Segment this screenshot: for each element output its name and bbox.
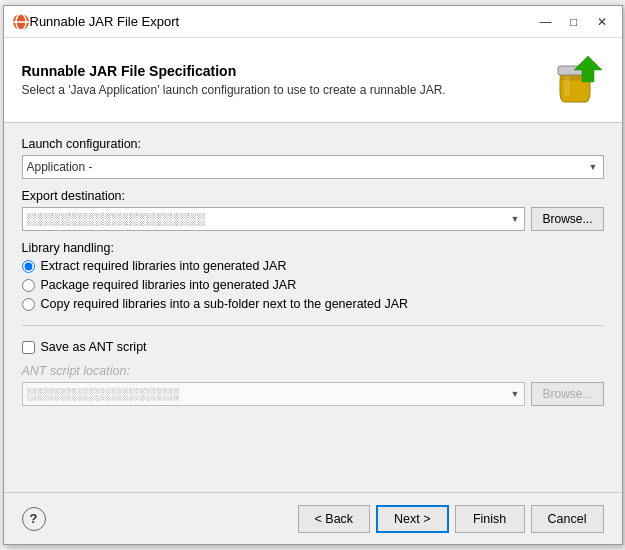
ant-group: Save as ANT script	[22, 340, 604, 354]
ant-location-select[interactable]: ░░░░░░░░░░░░░░░░░░	[22, 382, 526, 406]
next-button[interactable]: Next >	[376, 505, 448, 533]
divider	[22, 325, 604, 326]
export-dest-label: Export destination:	[22, 189, 604, 203]
library-handling-group: Library handling: Extract required libra…	[22, 241, 604, 311]
ant-location-select-wrapper: ░░░░░░░░░░░░░░░░░░	[22, 382, 526, 406]
export-dest-row: ░░░░░░░░░░░░░░░░░░░░░ Browse...	[22, 207, 604, 231]
radio-group: Extract required libraries into generate…	[22, 259, 604, 311]
page-subtitle: Select a 'Java Application' launch confi…	[22, 83, 548, 97]
finish-button[interactable]: Finish	[455, 505, 525, 533]
footer: ? < Back Next > Finish Cancel	[4, 492, 622, 544]
main-window: Runnable JAR File Export — □ ✕ Runnable …	[3, 5, 623, 545]
spacer	[22, 416, 604, 478]
ant-checkbox[interactable]	[22, 341, 35, 354]
footer-left: ?	[22, 507, 46, 531]
launch-config-label: Launch configuration:	[22, 137, 604, 151]
export-dest-select-wrapper: ░░░░░░░░░░░░░░░░░░░░░	[22, 207, 526, 231]
app-icon	[12, 13, 30, 31]
window-title: Runnable JAR File Export	[30, 14, 534, 29]
ant-checkbox-text: Save as ANT script	[41, 340, 147, 354]
radio-extract[interactable]: Extract required libraries into generate…	[22, 259, 604, 273]
export-dest-select[interactable]: ░░░░░░░░░░░░░░░░░░░░░	[22, 207, 526, 231]
radio-copy-label: Copy required libraries into a sub-folde…	[41, 297, 409, 311]
cancel-button[interactable]: Cancel	[531, 505, 604, 533]
maximize-button[interactable]: □	[562, 12, 586, 32]
radio-package-input[interactable]	[22, 279, 35, 292]
window-controls: — □ ✕	[534, 12, 614, 32]
browse-ant-button[interactable]: Browse...	[531, 382, 603, 406]
close-button[interactable]: ✕	[590, 12, 614, 32]
radio-package[interactable]: Package required libraries into generate…	[22, 278, 604, 292]
header-icon	[548, 52, 604, 108]
header-section: Runnable JAR File Specification Select a…	[4, 38, 622, 123]
footer-right: < Back Next > Finish Cancel	[298, 505, 604, 533]
ant-location-group: ANT script location: ░░░░░░░░░░░░░░░░░░ …	[22, 364, 604, 406]
svg-rect-7	[564, 76, 570, 96]
header-text: Runnable JAR File Specification Select a…	[22, 63, 548, 97]
browse-export-button[interactable]: Browse...	[531, 207, 603, 231]
jar-icon	[550, 54, 602, 106]
ant-checkbox-label[interactable]: Save as ANT script	[22, 340, 604, 354]
minimize-button[interactable]: —	[534, 12, 558, 32]
radio-extract-label: Extract required libraries into generate…	[41, 259, 287, 273]
help-button[interactable]: ?	[22, 507, 46, 531]
form-section: Launch configuration: Application - Expo…	[4, 123, 622, 492]
ant-location-label: ANT script location:	[22, 364, 604, 378]
radio-extract-input[interactable]	[22, 260, 35, 273]
back-button[interactable]: < Back	[298, 505, 371, 533]
page-title: Runnable JAR File Specification	[22, 63, 548, 79]
export-dest-group: Export destination: ░░░░░░░░░░░░░░░░░░░░…	[22, 189, 604, 231]
launch-config-select[interactable]: Application -	[22, 155, 604, 179]
radio-copy-input[interactable]	[22, 298, 35, 311]
launch-config-select-wrapper: Application -	[22, 155, 604, 179]
launch-config-group: Launch configuration: Application -	[22, 137, 604, 179]
radio-package-label: Package required libraries into generate…	[41, 278, 297, 292]
library-handling-label: Library handling:	[22, 241, 604, 255]
radio-copy[interactable]: Copy required libraries into a sub-folde…	[22, 297, 604, 311]
title-bar: Runnable JAR File Export — □ ✕	[4, 6, 622, 38]
content-area: Runnable JAR File Specification Select a…	[4, 38, 622, 492]
ant-location-row: ░░░░░░░░░░░░░░░░░░ Browse...	[22, 382, 604, 406]
